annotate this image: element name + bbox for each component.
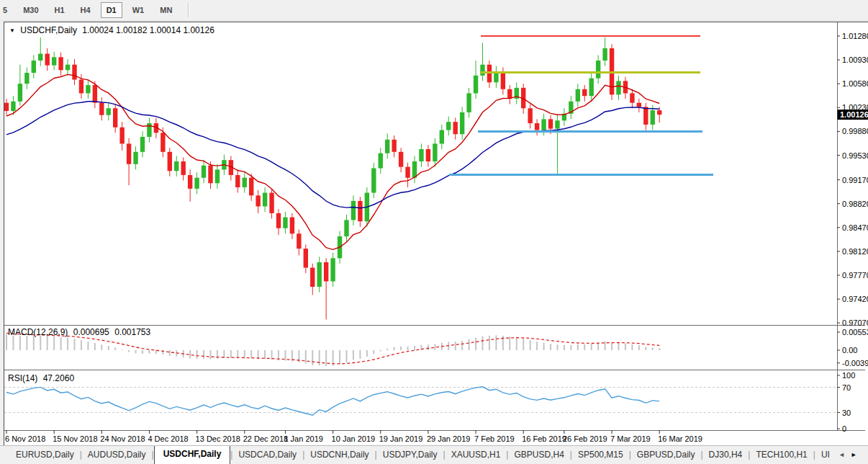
tab-scroll-left-icon[interactable]: ◄ — [836, 451, 848, 464]
candle-body — [392, 140, 396, 152]
date-label: 24 Nov 2018 — [100, 434, 145, 443]
date-label: 1 Jan 2019 — [284, 434, 322, 443]
symbol-tab-sp500-m15[interactable]: SP500,M15 — [572, 447, 629, 464]
candle-body — [344, 220, 348, 236]
macd-main-value: 0.000695 — [73, 327, 109, 337]
date-label: 16 Feb 2019 — [522, 434, 566, 443]
candle-body — [440, 130, 444, 144]
candle-body — [453, 122, 458, 134]
symbol-tab-usdjpy-daily[interactable]: USDJPY,Daily — [377, 447, 443, 464]
candle-body — [38, 54, 42, 61]
candle-body — [371, 168, 376, 192]
rsi-indicator-name: RSI(14) — [8, 373, 37, 383]
chart-window[interactable]: 1.012801.009301.005801.002300.998800.995… — [4, 22, 868, 445]
date-label: 10 Jan 2019 — [332, 434, 376, 443]
candle-body — [433, 143, 437, 161]
price-chart-canvas[interactable]: 1.012801.009301.005801.002300.998800.995… — [4, 22, 868, 446]
ma-fast-line — [6, 74, 659, 249]
macd-pane-label: MACD(12,26,9) 0.000695 0.001753 — [8, 327, 153, 337]
symbol-tab-eurusd-daily[interactable]: EURUSD,Daily — [10, 447, 80, 464]
candle-body — [52, 57, 56, 65]
price-tick-label: 0.99880 — [842, 127, 868, 135]
candle-body — [548, 119, 553, 128]
price-tick-label: 1.00580 — [842, 79, 868, 88]
symbol-tab-usdcad-daily[interactable]: USDCAD,Daily — [232, 447, 302, 464]
candle-body — [133, 152, 137, 164]
price-axis[interactable]: 1.012801.009301.005801.002300.998800.995… — [837, 32, 868, 433]
timeframe-button-m30[interactable]: M30 — [17, 2, 44, 18]
candle-body — [602, 48, 607, 61]
symbol-tab-gbpusd-daily[interactable]: GBPUSD,Daily — [631, 447, 701, 464]
trading-terminal: 5M30H1H4D1W1MN 1.012801.009301.005801.00… — [0, 0, 868, 464]
candle-body — [330, 258, 335, 281]
macd-scale-label: 0.005534 — [842, 328, 868, 336]
symbol-tab-usdchf-daily[interactable]: USDCHF,Daily — [154, 445, 231, 464]
candle-body — [174, 161, 178, 171]
chart-symbol-label: USDCHF,Daily — [20, 25, 77, 35]
price-tick-label: 0.97420 — [842, 295, 868, 303]
candle-body — [290, 218, 294, 234]
candle-body — [379, 153, 383, 169]
price-tick-label: 0.97070 — [842, 318, 868, 327]
candle-body — [589, 79, 594, 97]
candle-body — [460, 112, 464, 134]
candle-body — [140, 137, 145, 152]
candle-body — [58, 57, 63, 70]
symbol-tab-gbpusd-h4[interactable]: GBPUSD,H4 — [508, 447, 569, 464]
candle-body — [181, 161, 186, 175]
candle-body — [127, 143, 131, 164]
candle-body — [310, 268, 315, 287]
candle-body — [419, 149, 423, 161]
timeframe-button-mn[interactable]: MN — [154, 2, 178, 18]
date-label: 4 Dec 2018 — [148, 434, 188, 443]
timeframe-toolbar: 5M30H1H4D1W1MN — [0, 0, 868, 21]
candle-body — [317, 262, 322, 287]
price-tick-label: 0.98120 — [842, 247, 868, 256]
date-label: 26 Feb 2019 — [563, 434, 607, 443]
symbol-tab-dj30-h4[interactable]: DJ30,H4 — [703, 447, 749, 464]
candle-body — [385, 140, 389, 153]
candle-body — [269, 193, 273, 213]
timeframe-button-w1[interactable]: W1 — [127, 2, 150, 18]
date-label: 13 Dec 2018 — [196, 434, 240, 443]
candle-body — [32, 61, 36, 73]
candle-body — [4, 103, 9, 111]
timeframe-button-5[interactable]: 5 — [0, 2, 13, 18]
candle-body — [657, 110, 661, 115]
symbol-tab-xauusd-h1[interactable]: XAUUSD,H1 — [446, 447, 507, 464]
candle-body — [501, 71, 505, 89]
candle-body — [474, 76, 478, 94]
candle-body — [249, 178, 253, 196]
macd-scale-label: -0.003933 — [842, 359, 868, 367]
candle-body — [194, 178, 199, 189]
symbol-dropdown-icon[interactable]: ▼ — [9, 27, 15, 34]
symbol-tab-audusd-daily[interactable]: AUDUSD,Daily — [82, 447, 152, 464]
symbol-tab-tech100-h1[interactable]: TECH100,H1 — [750, 447, 813, 464]
candle-body — [426, 149, 430, 161]
timeframe-button-d1[interactable]: D1 — [101, 2, 122, 18]
candle-body — [351, 201, 356, 220]
candle-body — [113, 108, 117, 127]
rsi-value: 47.2060 — [43, 373, 74, 383]
macd-indicator-name: MACD(12,26,9) — [8, 327, 68, 337]
candle-body — [93, 85, 97, 103]
price-tick-label: 1.00930 — [842, 55, 868, 64]
price-tick-label: 0.98470 — [842, 223, 868, 232]
candle-body — [24, 73, 29, 84]
candlestick-series — [4, 37, 661, 320]
candle-body — [72, 65, 76, 80]
candle-body — [582, 89, 587, 96]
symbol-tab-bar: EURUSD,Daily|AUDUSD,Daily|USDCHF,Daily|U… — [0, 445, 868, 464]
candle-body — [79, 80, 83, 94]
rsi-scale-label: 30 — [842, 409, 851, 417]
timeframe-button-h1[interactable]: H1 — [49, 2, 71, 18]
candle-body — [507, 89, 512, 99]
candle-body — [161, 133, 165, 151]
candle-body — [528, 108, 532, 123]
timeframe-button-h4[interactable]: H4 — [75, 2, 96, 18]
symbol-tab-ui[interactable]: UI — [815, 447, 836, 464]
tab-scroll-right-icon[interactable]: ► — [848, 451, 860, 464]
symbol-tab-usdcnh-daily[interactable]: USDCNH,Daily — [304, 447, 374, 464]
price-tick-label: 0.99170 — [842, 176, 868, 184]
ma-slow-line — [6, 102, 659, 208]
